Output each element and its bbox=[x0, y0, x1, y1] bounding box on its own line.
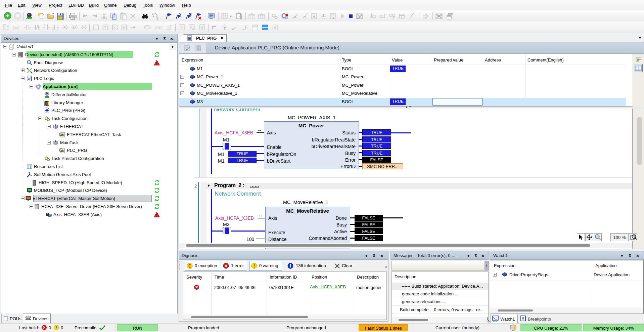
svg-text:N: N bbox=[123, 26, 125, 30]
svg-text:S: S bbox=[201, 26, 203, 29]
svg-text:A: A bbox=[152, 13, 154, 16]
svg-text:?: ? bbox=[104, 26, 106, 30]
svg-text:◁RET: ◁RET bbox=[154, 26, 163, 29]
svg-text:¼: ¼ bbox=[167, 25, 169, 28]
svg-text:(«»): («») bbox=[13, 26, 19, 30]
svg-text:K: K bbox=[113, 26, 116, 30]
svg-text:w: w bbox=[192, 27, 194, 30]
svg-text:LTD: LTD bbox=[145, 26, 150, 29]
svg-text:B: B bbox=[156, 17, 158, 20]
svg-text:E: E bbox=[188, 264, 191, 268]
svg-text:R: R bbox=[83, 26, 85, 29]
svg-text:S: S bbox=[73, 26, 75, 29]
